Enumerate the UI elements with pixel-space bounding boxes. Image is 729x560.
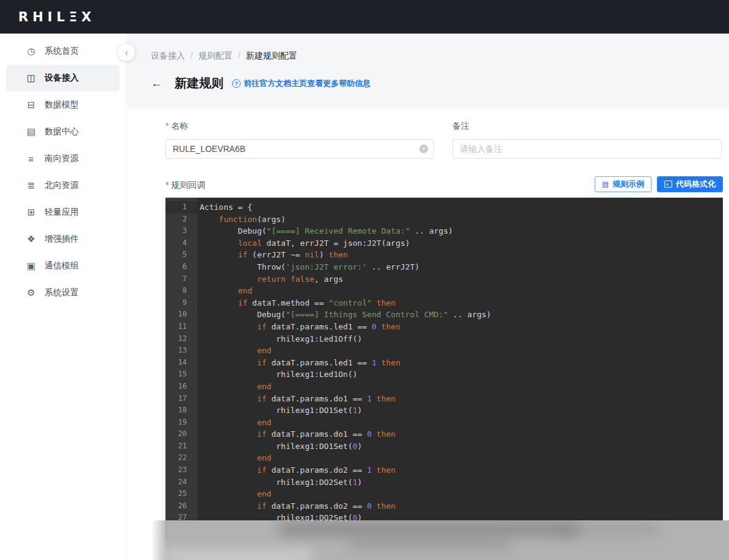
sidebar-item-plugin[interactable]: ❖增强插件 (6, 226, 120, 253)
main-content: 设备接入/规则配置/新建规则配置 ← 新建规则 ? 前往官方文档主页查看更多帮助… (127, 34, 729, 560)
breadcrumb: 设备接入/规则配置/新建规则配置 (151, 51, 729, 62)
remark-field-label: 备注 (452, 121, 722, 132)
code-line-content: end (197, 345, 271, 357)
sidebar-item-data-center[interactable]: ▤数据中心 (6, 118, 120, 145)
brand-logo: RHILΞX (18, 10, 95, 24)
code-line-content: if dataT.method == "control" then (197, 297, 396, 309)
sidebar-item-device-access[interactable]: ◫设备接入 (6, 65, 120, 92)
sidebar-item-label: 数据中心 (45, 126, 79, 137)
southbound-res-icon: ≡ (26, 154, 37, 164)
device-access-icon: ◫ (26, 73, 37, 84)
sidebar-item-label: 通信模组 (45, 260, 79, 271)
code-line: 9 if dataT.method == "control" then (165, 297, 723, 309)
code-line-content: rhilexg1:DO1Set(1) (197, 404, 362, 417)
callback-header-row: 规则回调 ▤ 规则示例 >_ 代码格式化 (165, 176, 723, 192)
code-line-content: if (errJ2T ~= nil) then (197, 249, 348, 261)
data-center-icon: ▤ (26, 126, 37, 137)
code-line: 16 end (165, 381, 723, 393)
line-number: 19 (165, 417, 197, 429)
line-number: 2 (165, 214, 197, 226)
line-number: 26 (165, 500, 197, 512)
line-number: 25 (165, 488, 197, 500)
code-line-content: local dataT, errJ2T = json:J2T(args) (197, 237, 410, 249)
code-line: 3 Debug("[====] Received Remote Data:" .… (165, 225, 723, 237)
line-number: 12 (165, 333, 197, 345)
docs-help-link-label: 前往官方文档主页查看更多帮助信息 (244, 78, 371, 89)
code-line-content: end (197, 381, 271, 393)
line-number: 21 (165, 440, 197, 453)
line-number: 24 (165, 476, 197, 489)
code-line-content: rhilexg1:Led1On() (197, 368, 357, 381)
sidebar-item-northbound-res[interactable]: ≣北向资源 (6, 172, 120, 199)
code-format-button[interactable]: >_ 代码格式化 (657, 176, 723, 192)
rule-form-card: 名称 ✕ 备注 规则回调 ▤ (127, 108, 729, 539)
code-line-content: end (197, 488, 271, 500)
line-number: 28 (165, 524, 197, 536)
sidebar-item-label: 增强插件 (45, 234, 79, 245)
code-line: 24 rhilexg1:DO2Set(1) (165, 476, 723, 489)
rule-example-button[interactable]: ▤ 规则示例 (595, 176, 651, 192)
remark-input[interactable] (460, 144, 703, 154)
sidebar-item-comm-module[interactable]: ▣通信模组 (6, 253, 120, 279)
line-number: 9 (165, 297, 197, 309)
line-number: 22 (165, 452, 197, 464)
breadcrumb-item[interactable]: 规则配置 (198, 51, 233, 62)
breadcrumb-item[interactable]: 设备接入 (151, 51, 185, 62)
code-line-content: Actions = { (197, 201, 252, 214)
chevron-left-icon: ‹ (125, 48, 128, 57)
app-root: RHILΞX ◷系统首页◫设备接入⊟数据模型▤数据中心≡南向资源≣北向资源⊞轻量… (0, 0, 729, 560)
sidebar-item-southbound-res[interactable]: ≡南向资源 (6, 145, 120, 172)
code-line: 20 if dataT.params.do1 == 0 then (165, 428, 723, 440)
back-arrow-icon[interactable]: ← (151, 77, 162, 90)
docs-help-link[interactable]: ? 前往官方文档主页查看更多帮助信息 (232, 78, 371, 89)
sidebar-item-data-model[interactable]: ⊟数据模型 (6, 92, 120, 118)
terminal-icon: >_ (664, 181, 672, 188)
lua-code-editor[interactable]: 1Actions = {2 function(args)3 Debug("[==… (165, 198, 723, 539)
line-number: 16 (165, 381, 197, 393)
code-line: 5 if (errJ2T ~= nil) then (165, 249, 723, 261)
callback-label: 规则回调 (165, 180, 205, 192)
code-line: 12 rhilexg1:Led1Off() (165, 333, 723, 345)
code-line: 8 end (165, 285, 723, 297)
code-line-content: Debug("[====] Received Remote Data:" .. … (197, 225, 453, 237)
page-header-section: 设备接入/规则配置/新建规则配置 ← 新建规则 ? 前往官方文档主页查看更多帮助… (127, 34, 729, 108)
breadcrumb-separator: / (238, 51, 241, 62)
title-row: ← 新建规则 ? 前往官方文档主页查看更多帮助信息 (151, 75, 729, 92)
sidebar-item-dashboard[interactable]: ◷系统首页 (6, 38, 120, 65)
sidebar-item-lightweight-app[interactable]: ⊞轻量应用 (6, 199, 120, 226)
breadcrumb-separator: / (190, 51, 193, 62)
document-icon: ▤ (602, 181, 609, 188)
code-line: 2 function(args) (165, 214, 723, 226)
editor-toolbar: ▤ 规则示例 >_ 代码格式化 (595, 176, 723, 192)
code-line-content: Debug("[====] Ithings Send Control CMD:"… (197, 309, 491, 321)
remark-input-wrapper (452, 139, 722, 159)
remark-field-group: 备注 (452, 121, 722, 159)
code-line-content: function(args) (197, 214, 286, 226)
clear-input-icon[interactable]: ✕ (419, 145, 428, 153)
code-line: 28 end (165, 524, 723, 536)
code-line: 27 rhilexg1:DO2Set(0) (165, 512, 723, 524)
code-line-content: if dataT.params.do1 == 0 then (197, 428, 396, 440)
code-line-content: rhilexg1:DO2Set(1) (197, 476, 362, 489)
line-number: 10 (165, 309, 197, 321)
code-line-content: return false, args (197, 273, 343, 285)
comm-module-icon: ▣ (26, 260, 37, 271)
sidebar-collapse-button[interactable]: ‹ (118, 44, 135, 61)
sidebar-item-label: 南向资源 (45, 153, 79, 164)
code-line-content: if dataT.params.led1 == 1 then (197, 357, 401, 369)
page-title: 新建规则 (175, 75, 223, 92)
code-line: 1Actions = { (165, 201, 723, 214)
line-number: 13 (165, 345, 197, 357)
code-line-content: rhilexg1:DO2Set(0) (197, 512, 362, 524)
name-input[interactable] (173, 144, 415, 154)
line-number: 6 (165, 261, 197, 273)
line-number: 5 (165, 249, 197, 261)
sidebar-item-settings-gear[interactable]: ⚙系统设置 (6, 279, 120, 306)
code-line: 11 if dataT.params.led1 == 0 then (165, 321, 723, 333)
sidebar-item-label: 系统首页 (45, 46, 79, 57)
code-line-content: Throw('json:J2T error:' .. errJ2T) (197, 261, 419, 273)
name-field-group: 名称 ✕ (165, 121, 434, 159)
code-line-content: end (197, 524, 271, 536)
code-line-content: end (197, 285, 252, 297)
code-line: 6 Throw('json:J2T error:' .. errJ2T) (165, 261, 723, 273)
